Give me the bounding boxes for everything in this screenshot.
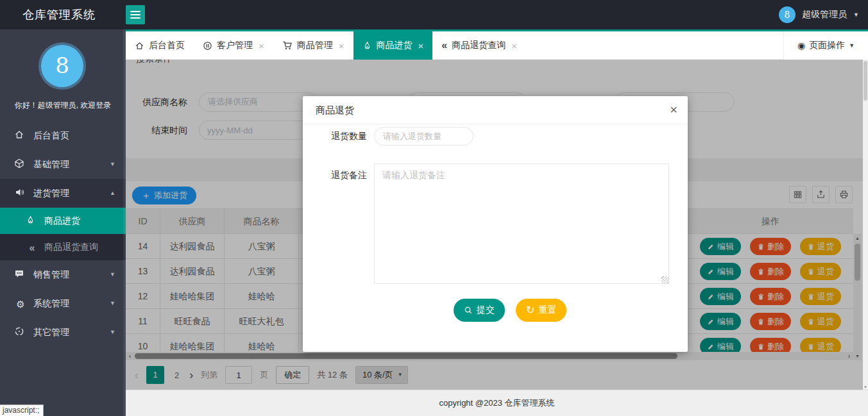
tab-bar: 后台首页 客户管理 × 商品管理 × 商品进货 bbox=[126, 29, 868, 60]
page-actions-dropdown[interactable]: ◉ 页面操作 ▼ bbox=[783, 31, 868, 60]
sidebar-item-label: 基础管理 bbox=[33, 159, 69, 169]
sidebar-item-sales-mgmt[interactable]: 销售管理 ▼ bbox=[0, 260, 126, 289]
return-note-textarea[interactable] bbox=[374, 163, 669, 284]
sidebar-item-label: 销售管理 bbox=[33, 269, 69, 279]
cube-icon bbox=[14, 158, 27, 169]
sidebar-item-product-return-query[interactable]: « 商品退货查询 bbox=[0, 234, 126, 260]
fire-icon bbox=[26, 215, 38, 225]
double-angle-left-icon: « bbox=[26, 235, 38, 261]
refresh-icon: ↻ bbox=[526, 306, 534, 315]
user-menu[interactable]: 8 超级管理员 ▼ bbox=[779, 0, 859, 29]
sidebar-item-basic-mgmt[interactable]: 基础管理 ▼ bbox=[0, 150, 126, 179]
resize-handle[interactable] bbox=[661, 276, 668, 283]
tab-product-purchase[interactable]: 商品进货 × bbox=[353, 31, 433, 60]
home-icon bbox=[14, 129, 27, 140]
app-window: 仓库管理系统 8 超级管理员 ▼ 8 你好！超级管理员, 欢迎登录 后台首页 bbox=[0, 0, 868, 416]
sidebar-menu: 后台首页 基础管理 ▼ 进货管理 ▲ 商品进货 bbox=[0, 121, 126, 347]
dot-circle-icon: ◉ bbox=[797, 40, 805, 51]
tab-label: 商品进货 bbox=[377, 40, 413, 51]
sidebar-avatar[interactable]: 8 bbox=[41, 45, 83, 87]
sidebar: 8 你好！超级管理员, 欢迎登录 后台首页 基础管理 ▼ 进货管理 bbox=[0, 29, 126, 416]
close-icon[interactable]: × bbox=[670, 96, 677, 123]
chevron-up-icon: ▲ bbox=[110, 179, 115, 208]
speaker-icon bbox=[14, 187, 27, 197]
gear-icon: ⚙ bbox=[14, 290, 27, 319]
chat-icon bbox=[14, 269, 27, 279]
modal-header: 商品退货 × bbox=[303, 96, 688, 124]
submit-button[interactable]: 提交 bbox=[454, 299, 505, 322]
chevron-down-icon: ▼ bbox=[853, 12, 859, 18]
chevron-down-icon: ▼ bbox=[110, 150, 115, 179]
user-name[interactable]: 超级管理员 bbox=[802, 9, 847, 21]
sidebar-item-label: 系统管理 bbox=[33, 298, 69, 308]
chevron-down-icon: ▼ bbox=[110, 289, 115, 318]
sidebar-item-purchase-mgmt[interactable]: 进货管理 ▲ bbox=[0, 179, 126, 208]
sidebar-item-label: 后台首页 bbox=[33, 130, 69, 140]
sidebar-item-label: 商品退货查询 bbox=[44, 242, 98, 252]
return-qty-label: 退货数量 bbox=[326, 131, 367, 142]
tab-product-mgmt[interactable]: 商品管理 × bbox=[273, 31, 353, 60]
user-avatar[interactable]: 8 bbox=[779, 6, 796, 23]
reset-button[interactable]: ↻ 重置 bbox=[516, 299, 566, 322]
search-icon bbox=[464, 306, 473, 315]
content-area: 搜索条件 供应商名称 请选择供应商 ▼ 商品名称 请选择商品 ▼ 开始时间 结束… bbox=[126, 60, 868, 390]
close-icon[interactable]: × bbox=[259, 40, 264, 51]
browser-status-text: javascript:; bbox=[0, 404, 44, 416]
scrollbar-thumb[interactable] bbox=[864, 61, 867, 101]
tab-label: 后台首页 bbox=[149, 40, 185, 51]
circle-dashed-icon bbox=[14, 326, 27, 337]
fire-icon bbox=[362, 41, 372, 51]
pause-circle-icon bbox=[203, 41, 212, 51]
tab-customer-mgmt[interactable]: 客户管理 × bbox=[194, 31, 273, 60]
return-note-label: 退货备注 bbox=[326, 170, 367, 181]
tab-home[interactable]: 后台首页 bbox=[126, 31, 194, 60]
sidebar-greeting: 你好！超级管理员, 欢迎登录 bbox=[0, 100, 126, 111]
tab-label: 商品退货查询 bbox=[452, 40, 506, 51]
chevron-down-icon: ▼ bbox=[849, 42, 855, 49]
tab-label: 客户管理 bbox=[217, 40, 253, 51]
sidebar-item-home[interactable]: 后台首页 bbox=[0, 121, 126, 150]
chevron-down-icon: ▼ bbox=[110, 260, 115, 289]
home-icon bbox=[135, 41, 144, 51]
close-icon[interactable]: × bbox=[511, 40, 517, 51]
page-vertical-scrollbar[interactable]: ▼ bbox=[863, 60, 868, 390]
sidebar-item-label: 商品进货 bbox=[44, 215, 80, 226]
tab-product-return-query[interactable]: « 商品退货查询 × bbox=[432, 31, 526, 60]
sidebar-item-label: 进货管理 bbox=[33, 188, 69, 198]
scroll-down-arrow-icon[interactable]: ▼ bbox=[863, 385, 868, 389]
top-header: 仓库管理系统 8 超级管理员 ▼ bbox=[0, 0, 868, 29]
cart-icon bbox=[282, 40, 293, 51]
tab-label: 商品管理 bbox=[297, 40, 333, 51]
close-icon[interactable]: × bbox=[339, 40, 345, 51]
app-title: 仓库管理系统 bbox=[22, 0, 96, 29]
double-angle-left-icon: « bbox=[441, 40, 447, 51]
footer: copyright @2023 仓库管理系统 bbox=[126, 390, 868, 416]
return-goods-modal: 商品退货 × 退货数量 退货备注 提交 ↻ 重置 bbox=[303, 96, 688, 352]
sidebar-item-other-mgmt[interactable]: 其它管理 ▼ bbox=[0, 318, 126, 347]
chevron-down-icon: ▼ bbox=[110, 318, 115, 347]
menu-toggle-button[interactable] bbox=[126, 5, 145, 24]
sidebar-item-system-mgmt[interactable]: ⚙ 系统管理 ▼ bbox=[0, 289, 126, 318]
return-qty-input[interactable] bbox=[374, 127, 473, 146]
page-actions-label: 页面操作 bbox=[809, 40, 845, 51]
close-icon[interactable]: × bbox=[418, 40, 424, 51]
sidebar-item-label: 其它管理 bbox=[33, 327, 69, 337]
hamburger-icon bbox=[130, 11, 140, 12]
modal-title: 商品退货 bbox=[316, 96, 354, 124]
sidebar-item-product-purchase[interactable]: 商品进货 bbox=[0, 208, 126, 234]
